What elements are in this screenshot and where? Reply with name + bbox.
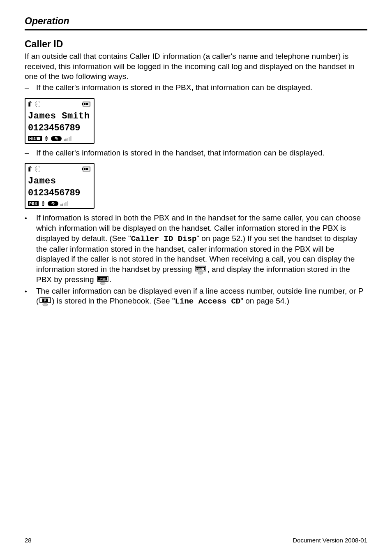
page-header: Operation: [25, 16, 367, 30]
svg-rect-9: [67, 138, 68, 141]
handset-display-handset: James 0123456789 PBX: [25, 163, 95, 209]
code-line-access-cd: Line Access CD: [175, 297, 241, 306]
svg-rect-5: [87, 103, 88, 105]
page-footer: 28 Document Version 2008-01: [25, 534, 367, 544]
mute-pill-icon: [48, 201, 58, 206]
bullet-item-both-stored: If information is stored in both the PBX…: [25, 213, 367, 285]
caller-number: 0123456789: [28, 188, 91, 198]
svg-rect-19: [60, 204, 62, 206]
svg-rect-4: [85, 103, 87, 105]
svg-rect-11: [70, 136, 71, 141]
svg-rect-23: [67, 201, 68, 206]
handset-display-pbx: James Smith 0123456789 H/S☎: [25, 98, 95, 144]
list-item-pbx-info: – If the caller's information is stored …: [25, 83, 367, 93]
svg-text:H/S☎: H/S☎: [196, 267, 205, 270]
svg-rect-14: [82, 168, 83, 170]
svg-rect-8: [65, 139, 67, 141]
nav-icon: [41, 201, 46, 206]
doc-version: Document Version 2008-01: [293, 537, 367, 544]
svg-point-35: [43, 303, 48, 306]
svg-rect-3: [84, 103, 85, 105]
svg-point-27: [198, 272, 203, 274]
dash-marker: –: [25, 148, 36, 158]
list-content: If the caller's information is stored in…: [36, 148, 367, 158]
softkey-hs-icon: H/S☎: [195, 265, 206, 275]
svg-text:PBX: PBX: [100, 278, 106, 280]
bullet-content: If information is stored in both the PBX…: [36, 213, 367, 285]
svg-rect-20: [62, 204, 63, 206]
svg-rect-10: [69, 137, 70, 141]
dash-marker: –: [25, 83, 36, 93]
svg-rect-12: [29, 168, 30, 171]
source-badge-hs: H/S☎: [28, 136, 42, 141]
svg-rect-2: [82, 103, 83, 105]
bullet-marker: [25, 213, 36, 285]
caller-number: 0123456789: [28, 123, 91, 133]
nav-icon: [44, 136, 49, 141]
svg-rect-7: [64, 139, 65, 141]
svg-rect-0: [29, 103, 30, 107]
svg-text:P: P: [44, 299, 46, 302]
section-title-caller-id: Caller ID: [25, 39, 367, 50]
bars-icon: [60, 201, 73, 206]
softkey-p-icon: P: [39, 297, 51, 307]
bullet-content: The caller information can be displayed …: [36, 286, 367, 307]
svg-rect-17: [87, 168, 88, 170]
signal-icon: [28, 101, 44, 107]
source-badge-pbx: PBX: [28, 201, 39, 206]
list-item-handset-info: – If the caller's information is stored …: [25, 148, 367, 158]
softkey-pbx-icon: PBX: [97, 275, 108, 285]
svg-rect-15: [84, 168, 85, 170]
page-number: 28: [25, 537, 32, 544]
bars-icon: [64, 136, 76, 141]
intro-paragraph: If an outside call that contains Caller …: [25, 51, 367, 82]
svg-rect-16: [85, 168, 87, 170]
battery-icon: [82, 167, 91, 171]
bullet-item-line-access: The caller information can be displayed …: [25, 286, 367, 307]
code-caller-id-disp: Caller ID Disp: [131, 234, 197, 243]
mute-pill-icon: [51, 136, 62, 141]
caller-name: James: [28, 176, 91, 186]
battery-icon: [82, 102, 91, 107]
svg-rect-22: [65, 202, 67, 206]
svg-point-31: [100, 282, 105, 285]
bullet-marker: [25, 286, 36, 307]
signal-icon: [28, 166, 44, 172]
caller-name: James Smith: [28, 111, 91, 121]
list-content: If the caller's information is stored in…: [36, 83, 367, 93]
svg-rect-21: [64, 203, 65, 206]
